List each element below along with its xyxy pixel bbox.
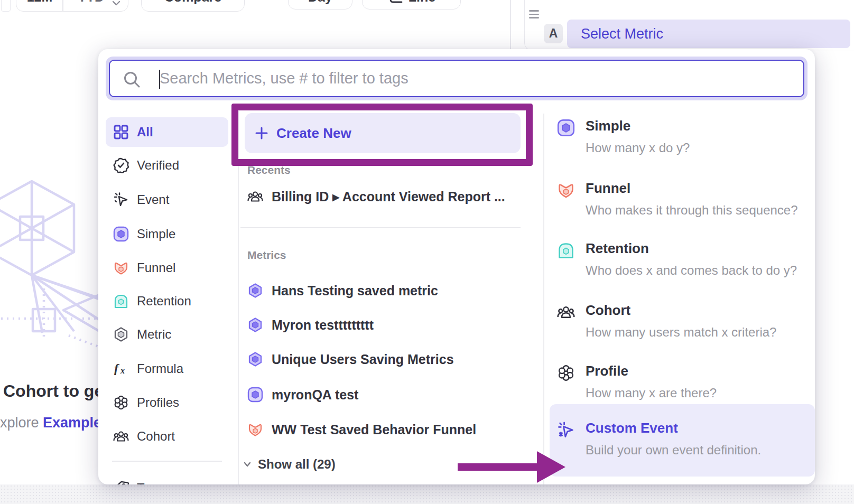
metric-item[interactable]: WW Test Saved Behavior Funnel bbox=[240, 415, 476, 444]
range-12m-button[interactable]: 12M bbox=[16, 0, 63, 11]
annotation-arrow bbox=[458, 463, 540, 471]
simple-metric-icon bbox=[247, 387, 263, 403]
line-chart-icon bbox=[387, 0, 403, 5]
search-icon bbox=[123, 70, 142, 89]
example-link[interactable]: Example bbox=[43, 415, 101, 431]
series-row-card: A Select Metric bbox=[524, 0, 854, 51]
grid-icon bbox=[113, 124, 129, 140]
sidebar-item-retention[interactable]: Retention bbox=[106, 286, 228, 316]
recents-divider bbox=[240, 227, 521, 228]
metrics-label: Metrics bbox=[247, 249, 286, 262]
search-input[interactable] bbox=[160, 61, 741, 96]
funnel-icon bbox=[247, 422, 263, 437]
chevron-down-icon bbox=[242, 459, 253, 470]
metric-hexagon-icon bbox=[247, 317, 263, 333]
verified-badge-icon bbox=[113, 157, 129, 173]
svg-text:f: f bbox=[114, 361, 119, 375]
funnel-icon bbox=[557, 181, 575, 199]
annotation-arrow-head bbox=[537, 451, 565, 483]
sidebar-item-funnel[interactable]: Funnel bbox=[106, 253, 228, 283]
cohort-people-icon bbox=[113, 428, 129, 444]
granularity-button[interactable]: Day bbox=[288, 0, 352, 10]
metric-hexagon-icon bbox=[247, 283, 263, 298]
date-range-control[interactable]: 12M YTD bbox=[16, 0, 128, 12]
metric-type-retention[interactable]: Retention Who does x and comes back to d… bbox=[550, 240, 814, 278]
metric-hexagon-icon bbox=[247, 351, 263, 367]
chart-type-button[interactable]: Line bbox=[362, 0, 461, 10]
compare-button[interactable]: Compare bbox=[141, 0, 245, 12]
page-bottom-strip bbox=[0, 484, 854, 504]
sidebar-divider bbox=[238, 111, 239, 484]
recent-item-billing[interactable]: Billing ID ▸ Account Viewed Report ... bbox=[240, 182, 505, 211]
metric-type-funnel[interactable]: Funnel Who makes it through this sequenc… bbox=[550, 180, 814, 218]
metric-type-cohort[interactable]: Cohort How many users match x criteria? bbox=[550, 302, 814, 340]
sidebar-item-profiles[interactable]: Profiles bbox=[106, 388, 228, 417]
metric-hexagon-icon bbox=[113, 326, 129, 342]
retention-icon bbox=[557, 241, 575, 259]
select-metric-button[interactable]: Select Metric bbox=[567, 20, 850, 48]
formula-fx-icon: fx bbox=[113, 361, 129, 377]
retention-icon bbox=[113, 293, 129, 309]
simple-metric-icon bbox=[113, 226, 129, 242]
range-ytd-button[interactable]: YTD bbox=[67, 0, 115, 11]
metric-item[interactable]: Unique Users Saving Metrics bbox=[240, 344, 454, 374]
sidebar-item-cohort[interactable]: Cohort bbox=[106, 422, 228, 451]
series-badge: A bbox=[544, 24, 563, 43]
sidebar-item-simple[interactable]: Simple bbox=[106, 219, 228, 249]
sidebar-item-metric[interactable]: Metric bbox=[106, 320, 228, 349]
show-all-button[interactable]: Show all (29) bbox=[242, 453, 336, 476]
sidebar-item-tags[interactable]: Tags bbox=[106, 473, 228, 484]
event-cursor-icon bbox=[113, 192, 129, 208]
metric-type-custom-event[interactable]: Custom Event Build your own event defini… bbox=[550, 404, 815, 477]
types-divider bbox=[543, 114, 544, 484]
chevron-down-icon bbox=[112, 1, 120, 6]
tag-icon bbox=[113, 480, 129, 484]
sidebar-section-divider bbox=[112, 461, 222, 462]
simple-metric-icon bbox=[557, 119, 575, 137]
annotation-highlight-box bbox=[231, 104, 533, 166]
sidebar-item-all[interactable]: All bbox=[106, 117, 228, 147]
sidebar-item-event[interactable]: Event bbox=[106, 185, 228, 214]
sidebar-item-formula[interactable]: fx Formula bbox=[106, 354, 228, 384]
search-ring bbox=[106, 57, 807, 100]
metric-item[interactable]: Myron testtttttttt bbox=[240, 310, 374, 340]
custom-event-cursor-icon bbox=[557, 421, 575, 439]
metric-item[interactable]: myronQA test bbox=[240, 380, 358, 409]
metric-item[interactable]: Hans Testing saved metric bbox=[240, 276, 438, 305]
profiles-flower-icon bbox=[113, 395, 129, 410]
empty-state-headline: Cohort to ge bbox=[3, 381, 104, 401]
svg-text:x: x bbox=[120, 366, 125, 375]
metric-type-profile[interactable]: Profile How many x are there? bbox=[550, 363, 814, 400]
metric-type-simple[interactable]: Simple How many x do y? bbox=[550, 118, 814, 155]
funnel-icon bbox=[113, 260, 129, 276]
profiles-flower-icon bbox=[557, 364, 575, 382]
sidebar-item-verified[interactable]: Verified bbox=[106, 151, 228, 180]
cohort-people-icon bbox=[557, 303, 575, 321]
cohort-people-icon bbox=[247, 189, 263, 204]
search-field[interactable] bbox=[109, 60, 804, 97]
drag-handle-icon[interactable] bbox=[529, 8, 539, 21]
toolbar-fragment bbox=[1, 0, 11, 12]
empty-state-explore-text: xplore Example bbox=[0, 415, 101, 431]
